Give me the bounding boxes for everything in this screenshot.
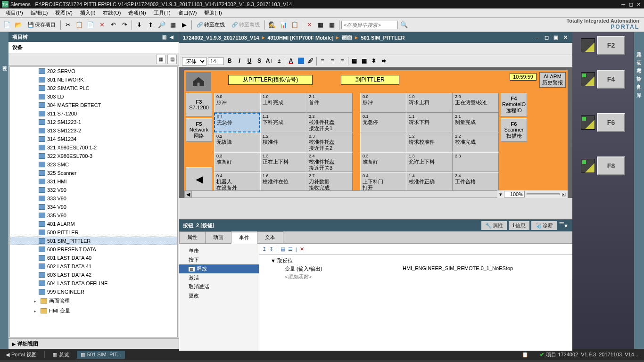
font-select[interactable]: 宋体 bbox=[182, 57, 206, 66]
distribute2-button[interactable]: ⬌ bbox=[380, 57, 388, 66]
signal-cell[interactable]: 2.1测量完成 bbox=[453, 113, 499, 132]
tree-item[interactable]: 333 V90 bbox=[10, 194, 177, 203]
status-messages[interactable]: 📋 bbox=[518, 351, 532, 359]
tree-item[interactable]: 332 V90 bbox=[10, 186, 177, 194]
underline-button[interactable]: U bbox=[245, 57, 254, 66]
fkey-button[interactable]: F2 bbox=[597, 36, 625, 55]
event-item[interactable]: 按下 bbox=[179, 255, 259, 264]
props-side-tab-properties[interactable]: 🔧 属性 bbox=[481, 221, 507, 230]
open-project-button[interactable]: 📂 bbox=[13, 20, 24, 30]
signal-cell[interactable]: 0.1无急停 bbox=[360, 113, 406, 132]
signal-cell[interactable]: 0.3准备好 bbox=[214, 152, 260, 172]
tree-item[interactable]: 314 SM1234 bbox=[10, 135, 177, 143]
menu-edit[interactable]: 编辑(E) bbox=[27, 8, 52, 17]
tool-e-button[interactable]: ▦ bbox=[315, 20, 326, 30]
tree-item[interactable]: 500 PITTLER bbox=[10, 228, 177, 237]
signal-cell[interactable]: 1.3正在上下料 bbox=[260, 152, 306, 172]
hmi-side-button[interactable]: F3S7-1200 bbox=[186, 93, 212, 116]
editor-max-button[interactable]: ▣ bbox=[553, 34, 559, 41]
signal-cell[interactable]: 1.0请求上料 bbox=[406, 93, 453, 113]
props-side-tab-info[interactable]: ℹ 信息 bbox=[509, 221, 529, 230]
delete-button[interactable]: ✕ bbox=[97, 20, 107, 30]
tree-item[interactable]: 602 LAST DATA 41 bbox=[10, 262, 177, 271]
fill-color-button[interactable]: 🟦 bbox=[297, 57, 305, 66]
tool-d-button[interactable]: ✕ bbox=[304, 20, 314, 30]
save-project-button[interactable]: 💾 保存项目 bbox=[25, 20, 58, 29]
status-overview[interactable]: ▦ 总览 bbox=[49, 350, 73, 359]
signal-cell[interactable]: 2.3校准件托盘接近开关2 bbox=[306, 132, 353, 152]
zoom-input[interactable] bbox=[504, 191, 525, 197]
props-expand-button[interactable]: ▼ bbox=[563, 223, 569, 229]
menu-project[interactable]: 项目(P) bbox=[2, 8, 27, 17]
props-collapse-button[interactable]: ▔ bbox=[560, 222, 563, 229]
undo-button[interactable]: ↶ bbox=[108, 20, 118, 30]
signal-cell[interactable]: 1.0上料完成 bbox=[260, 93, 306, 113]
tree-item[interactable]: 323 SMC bbox=[10, 160, 177, 169]
editor-close-button[interactable]: ✕ bbox=[562, 34, 569, 41]
status-project[interactable]: ✔ 项目 1724002_V1.9.3_20171103_V14... bbox=[536, 350, 642, 359]
tree-item[interactable]: 321 X980ESL700 1-2 bbox=[10, 143, 177, 152]
tree-body[interactable]: 202 SERVO301 NETWORK302 SIMATIC PLC303 L… bbox=[9, 66, 178, 337]
editor-float-button[interactable]: ◻ bbox=[543, 34, 550, 41]
fkey-button[interactable]: F6 bbox=[597, 113, 625, 132]
rtab-tasks[interactable]: 任务 bbox=[636, 78, 643, 82]
alarm-button[interactable]: ALARM历史警报 bbox=[539, 72, 566, 88]
rtab-layout[interactable]: 布局 bbox=[636, 62, 643, 66]
rtab-instructions[interactable]: 指令 bbox=[636, 70, 643, 74]
event-list-button[interactable]: ☰ bbox=[288, 246, 293, 252]
signal-cell[interactable]: 2.3 bbox=[453, 152, 499, 172]
event-param-row[interactable]: 变量 (输入/输出) HMI_ENGINEER_SIM_REMOTE.0_1_N… bbox=[261, 265, 570, 273]
event-down-button[interactable]: ↧ bbox=[269, 246, 273, 252]
signal-cell[interactable]: 2.7刀补数据接收完成 bbox=[306, 172, 353, 192]
tool-c-button[interactable]: 📋 bbox=[289, 20, 300, 30]
font-shrink-button[interactable]: ± bbox=[275, 57, 283, 66]
tree-item[interactable]: 311 S7-1200 bbox=[10, 109, 177, 118]
tab-events[interactable]: 事件 bbox=[231, 232, 257, 244]
tab-properties[interactable]: 属性 bbox=[179, 231, 206, 243]
tool-b-button[interactable]: 📊 bbox=[278, 20, 289, 30]
download-button[interactable]: ⬆ bbox=[145, 20, 156, 30]
go-offline-button[interactable]: 🔗 转至离线 bbox=[229, 20, 263, 29]
bc-screen[interactable]: 501 SIM_PITTLER bbox=[361, 35, 405, 41]
signal-cell[interactable]: 2.0正在测量/校准 bbox=[453, 93, 499, 113]
signal-cell[interactable]: 2.2校准完成 bbox=[453, 132, 499, 152]
menu-tools[interactable]: 工具(T) bbox=[150, 8, 174, 17]
event-item[interactable]: ▦释放 bbox=[179, 264, 259, 273]
hmi-side-button[interactable]: F6Scanner扫描枪 bbox=[501, 118, 527, 142]
tree-item[interactable]: 999 ENGINEER bbox=[10, 288, 177, 296]
signal-cell[interactable]: 0.4机器人在设备外 bbox=[214, 172, 260, 192]
tree-tool-2[interactable]: ▤ bbox=[167, 55, 177, 64]
search-input[interactable] bbox=[341, 21, 398, 29]
close-button[interactable]: ✕ bbox=[635, 1, 642, 8]
signal-cell[interactable]: 0.3准备好 bbox=[360, 152, 406, 172]
font-color-button[interactable]: A bbox=[287, 57, 295, 66]
tree-item[interactable]: 313 SM1223-2 bbox=[10, 126, 177, 135]
tree-item[interactable]: 325 Scanner bbox=[10, 169, 177, 177]
event-item[interactable]: 单击 bbox=[179, 247, 259, 255]
paste-button[interactable]: 📄 bbox=[85, 20, 96, 30]
search-button[interactable]: 🔍 bbox=[399, 20, 409, 30]
rtab-toolbox[interactable]: 工具箱 bbox=[636, 46, 643, 50]
event-add-func-row[interactable]: <添加函数> bbox=[261, 273, 570, 281]
fkey-button[interactable]: F8 bbox=[597, 156, 625, 175]
bc-folder[interactable]: 画面 bbox=[342, 34, 352, 41]
align-center-button[interactable]: ≡ bbox=[328, 57, 337, 66]
tree-item[interactable]: 331 HMI bbox=[10, 177, 177, 186]
tree-item[interactable]: 603 LAST DATA 42 bbox=[10, 271, 177, 279]
signal-cell[interactable]: 0.1无急停 bbox=[214, 113, 260, 132]
border-color-button[interactable]: 🖊 bbox=[306, 57, 315, 66]
event-item[interactable]: 取消激活 bbox=[179, 282, 259, 291]
group-button[interactable]: ▦ bbox=[360, 57, 368, 66]
rtab-animation[interactable]: 动画 bbox=[636, 54, 643, 58]
zoom-out-button[interactable]: ▾ bbox=[499, 191, 502, 197]
tree-folder[interactable]: ▸HMI 变量 bbox=[10, 306, 177, 316]
tree-pin-button[interactable]: ◀ bbox=[168, 34, 175, 40]
redo-button[interactable]: ↷ bbox=[119, 20, 130, 30]
italic-button[interactable]: I bbox=[235, 57, 244, 66]
status-screen-tab[interactable]: ▦ 501 SIM_PIT... bbox=[77, 351, 125, 359]
tree-item[interactable]: 604 LAST DATA OFFLINE bbox=[10, 279, 177, 288]
upload-button[interactable]: 🔎 bbox=[157, 20, 167, 30]
nav-prev-button[interactable]: ◀ bbox=[186, 167, 212, 191]
font-grow-button[interactable]: A↑ bbox=[265, 57, 273, 66]
zoom-slider[interactable] bbox=[527, 193, 560, 195]
